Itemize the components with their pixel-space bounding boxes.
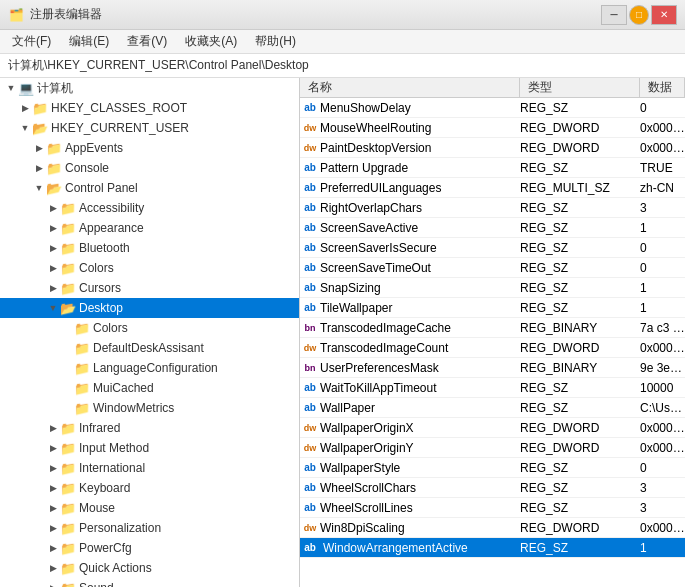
tree-item-defaultdeskassisant[interactable]: 📁DefaultDeskAssisant — [0, 338, 299, 358]
table-row[interactable]: bnUserPreferencesMaskREG_BINARY9e 3e 07 … — [300, 358, 685, 378]
tree-expander-colors2[interactable] — [60, 321, 74, 335]
table-row[interactable]: abWheelScrollCharsREG_SZ3 — [300, 478, 685, 498]
menu-item-f[interactable]: 文件(F) — [4, 31, 59, 52]
tree-item-infrared[interactable]: ▶📁Infrared — [0, 418, 299, 438]
table-row[interactable]: abScreenSaveTimeOutREG_SZ0 — [300, 258, 685, 278]
table-row[interactable]: abScreenSaveActiveREG_SZ1 — [300, 218, 685, 238]
table-row[interactable]: abScreenSaverIsSecureREG_SZ0 — [300, 238, 685, 258]
tree-expander-personalization[interactable]: ▶ — [46, 521, 60, 535]
reg-entry-name: Pattern Upgrade — [320, 161, 520, 175]
maximize-button[interactable]: □ — [629, 5, 649, 25]
table-row[interactable]: abMenuShowDelayREG_SZ0 — [300, 98, 685, 118]
tree-item-console[interactable]: ▶📁Console — [0, 158, 299, 178]
tree-item-powercfg[interactable]: ▶📁PowerCfg — [0, 538, 299, 558]
tree-expander-hkey_current_user[interactable]: ▼ — [18, 121, 32, 135]
tree-item-computer[interactable]: ▼💻计算机 — [0, 78, 299, 98]
minimize-button[interactable]: ─ — [601, 5, 627, 25]
reg-entry-type: REG_SZ — [520, 541, 640, 555]
table-row[interactable]: bnTranscodedImageCacheREG_BINARY7a c3 01… — [300, 318, 685, 338]
tree-item-desktop[interactable]: ▼📂Desktop — [0, 298, 299, 318]
table-row[interactable]: abTileWallpaperREG_SZ1 — [300, 298, 685, 318]
col-header-data[interactable]: 数据 — [640, 78, 685, 97]
tree-item-inputmethod[interactable]: ▶📁Input Method — [0, 438, 299, 458]
reg-entry-data: 0 — [640, 101, 685, 115]
tree-expander-accessibility[interactable]: ▶ — [46, 201, 60, 215]
tree-expander-muicached[interactable] — [60, 381, 74, 395]
tree-expander-quickactions[interactable]: ▶ — [46, 561, 60, 575]
tree-expander-colors[interactable]: ▶ — [46, 261, 60, 275]
table-row[interactable]: dwPaintDesktopVersionREG_DWORD0x00000000 — [300, 138, 685, 158]
menu-item-v[interactable]: 查看(V) — [119, 31, 175, 52]
tree-label-appevents: AppEvents — [65, 141, 123, 155]
tree-item-hkey_current_user[interactable]: ▼📂HKEY_CURRENT_USER — [0, 118, 299, 138]
tree-expander-appevents[interactable]: ▶ — [32, 141, 46, 155]
tree-item-languageconfiguration[interactable]: 📁LanguageConfiguration — [0, 358, 299, 378]
tree-expander-hkey_classes_root[interactable]: ▶ — [18, 101, 32, 115]
tree-item-cursors[interactable]: ▶📁Cursors — [0, 278, 299, 298]
tree-expander-languageconfiguration[interactable] — [60, 361, 74, 375]
tree-item-accessibility[interactable]: ▶📁Accessibility — [0, 198, 299, 218]
tree-expander-powercfg[interactable]: ▶ — [46, 541, 60, 555]
reg-entry-type: REG_SZ — [520, 101, 640, 115]
tree-expander-mouse[interactable]: ▶ — [46, 501, 60, 515]
tree-expander-cursors[interactable]: ▶ — [46, 281, 60, 295]
tree-item-control_panel[interactable]: ▼📂Control Panel — [0, 178, 299, 198]
tree-expander-bluetooth[interactable]: ▶ — [46, 241, 60, 255]
tree-expander-windowmetrics[interactable] — [60, 401, 74, 415]
reg-entry-type: REG_BINARY — [520, 361, 640, 375]
tree-item-bluetooth[interactable]: ▶📁Bluetooth — [0, 238, 299, 258]
tree-item-quickactions[interactable]: ▶📁Quick Actions — [0, 558, 299, 578]
col-header-name[interactable]: 名称 — [300, 78, 520, 97]
table-row[interactable]: abWindowArrangementActiveREG_SZ1 — [300, 538, 685, 558]
tree-item-keyboard[interactable]: ▶📁Keyboard — [0, 478, 299, 498]
table-row[interactable]: abWaitToKillAppTimeoutREG_SZ10000 — [300, 378, 685, 398]
tree-expander-desktop[interactable]: ▼ — [46, 301, 60, 315]
table-row[interactable]: abPreferredUILanguagesREG_MULTI_SZzh-CN — [300, 178, 685, 198]
tree-expander-sound[interactable]: ▶ — [46, 581, 60, 587]
tree-item-sound[interactable]: ▶📁Sound — [0, 578, 299, 587]
reg-type-icon: ab — [300, 258, 320, 278]
tree-expander-international[interactable]: ▶ — [46, 461, 60, 475]
tree-item-hkey_classes_root[interactable]: ▶📁HKEY_CLASSES_ROOT — [0, 98, 299, 118]
col-header-type[interactable]: 类型 — [520, 78, 640, 97]
tree-item-appevents[interactable]: ▶📁AppEvents — [0, 138, 299, 158]
table-row[interactable]: dwTranscodedImageCountREG_DWORD0x0000000… — [300, 338, 685, 358]
reg-type-icon: ab — [300, 98, 320, 118]
menu-item-e[interactable]: 编辑(E) — [61, 31, 117, 52]
menu-item-a[interactable]: 收藏夹(A) — [177, 31, 245, 52]
reg-entry-name: MouseWheelRouting — [320, 121, 520, 135]
table-row[interactable]: abWallpaperStyleREG_SZ0 — [300, 458, 685, 478]
table-row[interactable]: abWallPaperREG_SZC:\Users\cfan... — [300, 398, 685, 418]
tree-item-colors2[interactable]: 📁Colors — [0, 318, 299, 338]
tree-expander-appearance[interactable]: ▶ — [46, 221, 60, 235]
tree-item-colors[interactable]: ▶📁Colors — [0, 258, 299, 278]
table-row[interactable]: dwWallpaperOriginYREG_DWORD0x00000000 — [300, 438, 685, 458]
tree-item-international[interactable]: ▶📁International — [0, 458, 299, 478]
tree-expander-computer[interactable]: ▼ — [4, 81, 18, 95]
tree-expander-infrared[interactable]: ▶ — [46, 421, 60, 435]
folder-icon-colors: 📁 — [60, 260, 76, 276]
tree-item-muicached[interactable]: 📁MuiCached — [0, 378, 299, 398]
table-row[interactable]: abSnapSizingREG_SZ1 — [300, 278, 685, 298]
tree-expander-keyboard[interactable]: ▶ — [46, 481, 60, 495]
tree-expander-console[interactable]: ▶ — [32, 161, 46, 175]
tree-item-mouse[interactable]: ▶📁Mouse — [0, 498, 299, 518]
tree-expander-control_panel[interactable]: ▼ — [32, 181, 46, 195]
reg-type-icon: dw — [300, 438, 320, 458]
tree-expander-inputmethod[interactable]: ▶ — [46, 441, 60, 455]
tree-item-appearance[interactable]: ▶📁Appearance — [0, 218, 299, 238]
table-row[interactable]: dwWallpaperOriginXREG_DWORD0x00000000 — [300, 418, 685, 438]
reg-entry-name: WheelScrollChars — [320, 481, 520, 495]
tree-item-personalization[interactable]: ▶📁Personalization — [0, 518, 299, 538]
reg-entry-data: 1 — [640, 281, 685, 295]
tree-item-windowmetrics[interactable]: 📁WindowMetrics — [0, 398, 299, 418]
table-row[interactable]: abRightOverlapCharsREG_SZ3 — [300, 198, 685, 218]
table-row[interactable]: dwMouseWheelRoutingREG_DWORD0x00000002 — [300, 118, 685, 138]
close-button[interactable]: ✕ — [651, 5, 677, 25]
menu-item-h[interactable]: 帮助(H) — [247, 31, 304, 52]
table-row[interactable]: abPattern UpgradeREG_SZTRUE — [300, 158, 685, 178]
table-row[interactable]: dwWin8DpiScalingREG_DWORD0x00000000 — [300, 518, 685, 538]
reg-type-icon: ab — [300, 498, 320, 518]
tree-expander-defaultdeskassisant[interactable] — [60, 341, 74, 355]
table-row[interactable]: abWheelScrollLinesREG_SZ3 — [300, 498, 685, 518]
